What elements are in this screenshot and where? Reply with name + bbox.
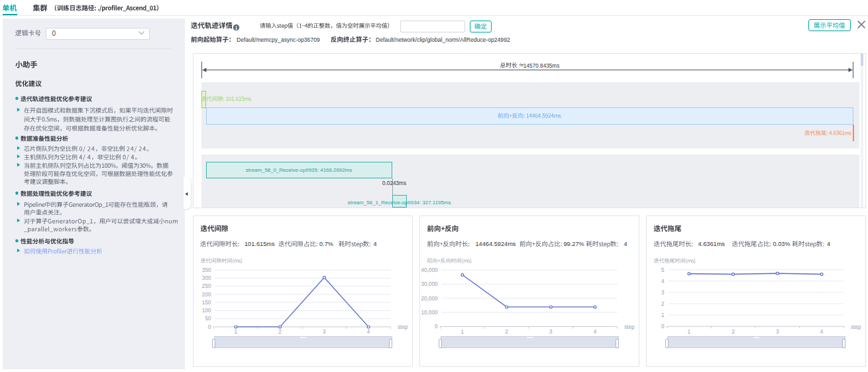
- svg-text:Default/network/clip/global_no: Default/network/clip/global_norm/AllRedu…: [376, 36, 510, 43]
- svg-text:Default/memcpy_async-op36709: Default/memcpy_async-op36709: [237, 36, 320, 43]
